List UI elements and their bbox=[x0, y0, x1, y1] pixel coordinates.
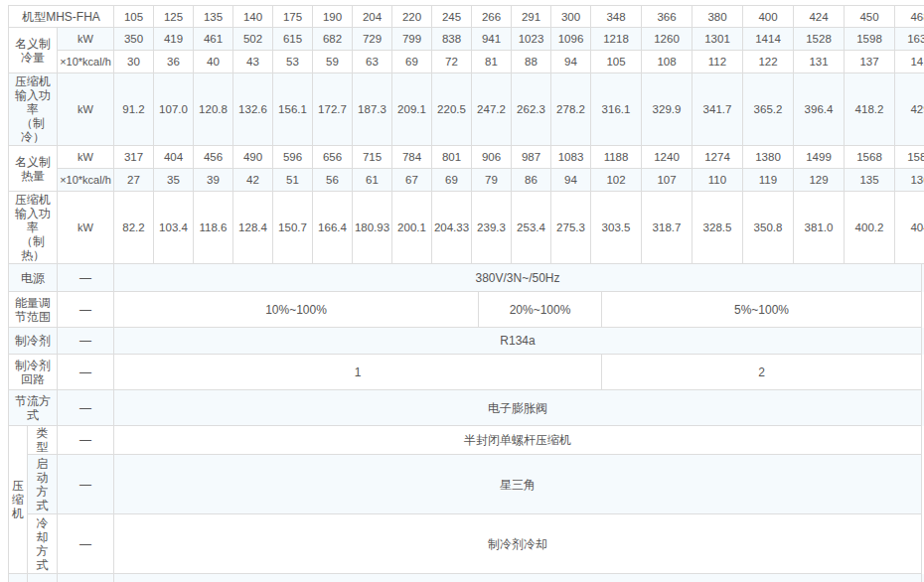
value-cell: 329.9 bbox=[642, 73, 693, 146]
value-cell: 1528 bbox=[794, 28, 845, 51]
compressor-rows: 类 型 — 半封闭单螺杆压缩机 启 动 方 式 — 星三角 冷 却 方 式 — … bbox=[28, 426, 922, 574]
value-cell: 82.2 bbox=[114, 192, 154, 264]
power-supply-label: 电源 bbox=[8, 264, 58, 292]
value-cell: 1588 bbox=[895, 146, 924, 169]
cooling-input-unit-cell: kW bbox=[58, 73, 114, 146]
value-cell: 316.1 bbox=[591, 73, 642, 146]
value-cell: 166.4 bbox=[313, 192, 353, 264]
value-cell: 209.1 bbox=[392, 73, 432, 146]
column-header-cell: 125 bbox=[154, 5, 194, 28]
value-cell: 350.8 bbox=[743, 192, 794, 264]
value-cell: 88 bbox=[512, 51, 551, 73]
value-cell: 350 bbox=[114, 28, 154, 51]
value-cell: 108 bbox=[642, 51, 693, 73]
partial-cell bbox=[114, 574, 922, 582]
cooling-kw-row: kW 3504194615026156827297998389411023109… bbox=[58, 28, 924, 51]
value-cell: 838 bbox=[432, 28, 472, 51]
value-cell: 239.3 bbox=[472, 192, 512, 264]
value-cell: 107 bbox=[642, 169, 693, 192]
value-cell: 429 bbox=[895, 73, 924, 146]
dash-cell: — bbox=[58, 390, 114, 426]
value-cell: 30 bbox=[114, 51, 154, 73]
value-cell: 396.4 bbox=[794, 73, 845, 146]
column-header-cell: 140 bbox=[233, 5, 273, 28]
value-cell: 94 bbox=[551, 51, 591, 73]
heating-input-row: 压缩机 输入功 率 （制 热） kW 82.2103.4118.6128.415… bbox=[8, 192, 924, 264]
compressor-start-row: 启 动 方 式 — 星三角 bbox=[28, 455, 922, 514]
value-cell: 42 bbox=[233, 169, 273, 192]
value-cell: 39 bbox=[194, 169, 233, 192]
value-cell: 122 bbox=[743, 51, 794, 73]
compressor-start-label: 启 动 方 式 bbox=[28, 455, 58, 514]
value-cell: 172.7 bbox=[313, 73, 353, 146]
value-cell: 456 bbox=[194, 146, 233, 169]
compressor-type-value: 半封闭单螺杆压缩机 bbox=[114, 426, 922, 455]
column-header-cell: 291 bbox=[512, 5, 551, 28]
value-cell: 941 bbox=[472, 28, 512, 51]
dash-cell: — bbox=[58, 426, 114, 455]
column-header-cell: 366 bbox=[642, 5, 693, 28]
value-cell: 656 bbox=[313, 146, 353, 169]
heating-capacity-band: 名义制 热量 kW 317404456490596656715784801906… bbox=[8, 146, 924, 192]
spec-table: 机型MHS-FHA 105125135140175190204220245266… bbox=[8, 5, 924, 582]
heating-capacity-rows: kW 3174044564905966567157848019069871083… bbox=[58, 146, 924, 192]
value-cell: 27 bbox=[114, 169, 154, 192]
heating-kcal-values: 2735394251566167697986941021071101191291… bbox=[114, 169, 924, 192]
value-cell: 91.2 bbox=[114, 73, 154, 146]
heating-input-values: 82.2103.4118.6128.4150.7166.4180.93200.1… bbox=[114, 192, 924, 264]
value-cell: 129 bbox=[794, 169, 845, 192]
heating-kcal-unit-cell: ×10*kcal/h bbox=[58, 169, 114, 192]
value-cell: 419 bbox=[154, 28, 194, 51]
value-cell: 156.1 bbox=[273, 73, 313, 146]
value-cell: 1598 bbox=[845, 28, 895, 51]
column-header-cell: 135 bbox=[194, 5, 233, 28]
value-cell: 615 bbox=[273, 28, 313, 51]
heating-kw-row: kW 3174044564905966567157848019069871083… bbox=[58, 146, 924, 169]
value-cell: 381.0 bbox=[794, 192, 845, 264]
value-cell: 715 bbox=[353, 146, 392, 169]
value-cell: 801 bbox=[432, 146, 472, 169]
column-header-cell: 450 bbox=[845, 5, 895, 28]
heating-kw-unit-cell: kW bbox=[58, 146, 114, 169]
cooling-capacity-rows: kW 3504194615026156827297998389411023109… bbox=[58, 28, 924, 73]
value-cell: 1638 bbox=[895, 28, 924, 51]
value-cell: 404 bbox=[895, 192, 924, 264]
cooling-capacity-band: 名义制 冷量 kW 350419461502615682729799838941… bbox=[8, 28, 924, 73]
value-cell: 987 bbox=[512, 146, 551, 169]
dash-cell: — bbox=[58, 514, 114, 574]
value-cell: 119 bbox=[743, 169, 794, 192]
value-cell: 69 bbox=[392, 51, 432, 73]
value-cell: 1414 bbox=[743, 28, 794, 51]
power-supply-value: 380V/3N~/50Hz bbox=[114, 264, 922, 292]
value-cell: 461 bbox=[194, 28, 233, 51]
compressor-cooling-value: 制冷剂冷却 bbox=[114, 514, 922, 574]
value-cell: 112 bbox=[693, 51, 743, 73]
column-header-cell: 424 bbox=[794, 5, 845, 28]
value-cell: 132.6 bbox=[233, 73, 273, 146]
value-cell: 596 bbox=[273, 146, 313, 169]
value-cell: 278.2 bbox=[551, 73, 591, 146]
value-cell: 79 bbox=[472, 169, 512, 192]
value-cell: 59 bbox=[313, 51, 353, 73]
value-cell: 120.8 bbox=[194, 73, 233, 146]
circuits-span-2: 2 bbox=[602, 355, 922, 390]
value-cell: 200.1 bbox=[392, 192, 432, 264]
partial-cell bbox=[28, 574, 58, 582]
value-cell: 204.33 bbox=[432, 192, 472, 264]
spec-page: 机型MHS-FHA 105125135140175190204220245266… bbox=[0, 0, 924, 582]
column-header-cell: 220 bbox=[392, 5, 432, 28]
value-cell: 365.2 bbox=[743, 73, 794, 146]
value-cell: 94 bbox=[551, 169, 591, 192]
value-cell: 418.2 bbox=[845, 73, 895, 146]
partial-cell bbox=[8, 574, 28, 582]
value-cell: 682 bbox=[313, 28, 353, 51]
value-cell: 81 bbox=[472, 51, 512, 73]
value-cell: 1568 bbox=[845, 146, 895, 169]
value-cell: 135 bbox=[845, 169, 895, 192]
capacity-range-row: 能量调 节范围 — 10%~100% 20%~100% 5%~100% bbox=[8, 292, 924, 328]
compressor-cooling-row: 冷 却 方 式 — 制冷剂冷却 bbox=[28, 514, 922, 574]
value-cell: 103.4 bbox=[154, 192, 194, 264]
cooling-capacity-label: 名义制 冷量 bbox=[8, 28, 58, 73]
column-header-cell: 266 bbox=[472, 5, 512, 28]
power-supply-row: 电源 — 380V/3N~/50Hz bbox=[8, 264, 924, 292]
